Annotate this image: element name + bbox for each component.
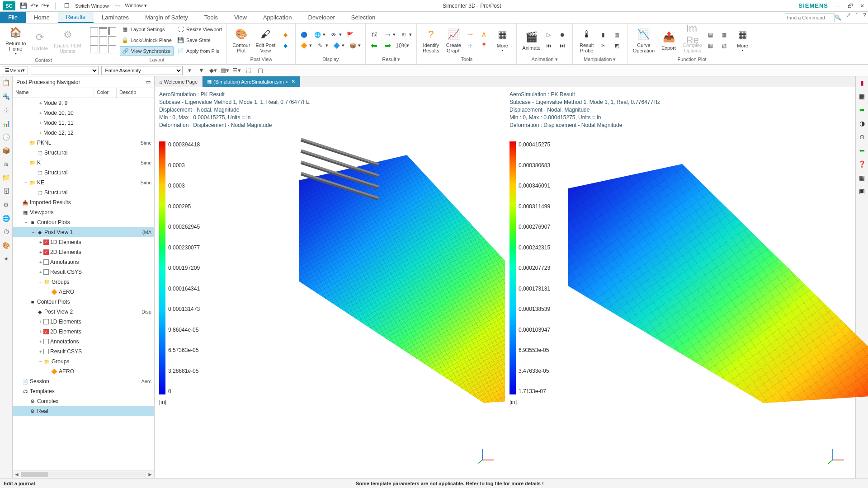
col-color[interactable]: Color bbox=[94, 88, 117, 98]
tab-results[interactable]: Results bbox=[58, 12, 94, 23]
search-icon[interactable]: 🔍 bbox=[835, 14, 841, 21]
tree-row[interactable]: −📁KESimc bbox=[13, 178, 154, 188]
switch-window-button[interactable]: Switch Window bbox=[72, 3, 112, 9]
tree-row[interactable]: −◆Post View 1(MA bbox=[13, 227, 154, 237]
save-icon[interactable]: 💾 bbox=[19, 1, 28, 10]
viewport-1[interactable]: AeroSimulation : PK Result Subcase - Eig… bbox=[155, 87, 505, 478]
disp-b2[interactable]: ✎▾ bbox=[315, 41, 330, 51]
help-icon[interactable]: ? bbox=[863, 12, 866, 19]
col-name[interactable]: Name bbox=[13, 88, 94, 98]
command-search-input[interactable] bbox=[785, 13, 835, 22]
close-button[interactable]: ✕ bbox=[856, 1, 868, 10]
tab-view[interactable]: View bbox=[226, 12, 255, 23]
animate-button[interactable]: 🎬Animate bbox=[519, 29, 543, 52]
globe-nav-icon[interactable]: 🌐 bbox=[2, 214, 11, 223]
tree-row[interactable]: 🔶AERO bbox=[13, 287, 154, 297]
constraint-icon[interactable]: ⊹ bbox=[2, 105, 11, 114]
tree-row[interactable]: ▦Viewports bbox=[13, 207, 154, 217]
tree-row[interactable]: +Mode 12, 12 bbox=[13, 128, 154, 138]
tab-close-icon[interactable]: ✕ bbox=[291, 79, 295, 84]
tab-application[interactable]: Application bbox=[255, 12, 300, 23]
part-nav-icon[interactable]: 🔩 bbox=[2, 92, 11, 101]
manip-b1[interactable]: ✂ bbox=[598, 41, 611, 51]
tree-row[interactable]: ⬚Structural bbox=[13, 148, 154, 158]
tab-tools[interactable]: Tools bbox=[196, 12, 226, 23]
h-scrollbar[interactable]: ◄ ► bbox=[13, 470, 154, 478]
col-descrip[interactable]: Descrip bbox=[117, 88, 154, 98]
tab-selection[interactable]: Selection bbox=[343, 12, 383, 23]
tb-icon-1[interactable]: ▾ bbox=[185, 66, 194, 75]
fp-a2[interactable]: ▥ bbox=[718, 30, 731, 40]
disp-b3[interactable]: 🔷▾ bbox=[331, 41, 346, 51]
redo-icon[interactable]: ↷▾ bbox=[41, 1, 50, 10]
disp-a1[interactable]: 🔵 bbox=[298, 30, 311, 40]
tree-row[interactable]: +Result CSYS bbox=[13, 267, 154, 277]
tab-welcome[interactable]: ⌂ Welcome Page bbox=[155, 76, 203, 87]
fp-b2[interactable]: ▧ bbox=[718, 41, 731, 51]
folder-nav-icon[interactable]: 📁 bbox=[2, 173, 11, 182]
tb-grid-icon[interactable]: ▦▾ bbox=[221, 66, 230, 75]
fp-a1[interactable]: ▤ bbox=[705, 30, 717, 40]
sim-nav-icon[interactable]: 📊 bbox=[2, 119, 11, 128]
tree-row[interactable]: +✓2D Elements bbox=[13, 247, 154, 257]
tools-opt1[interactable]: 〰 bbox=[465, 30, 477, 40]
fp-more-button[interactable]: ▦More▾ bbox=[731, 27, 754, 53]
tree-row[interactable]: −📁Groups bbox=[13, 277, 154, 287]
rs-icon-1[interactable]: ▮ bbox=[858, 78, 867, 87]
tree-row[interactable]: −📁KSimc bbox=[13, 158, 154, 168]
tab-laminates[interactable]: Laminates bbox=[94, 12, 137, 23]
window-icon[interactable]: ▭ bbox=[113, 1, 122, 10]
manip-a2[interactable]: ▥ bbox=[612, 30, 624, 40]
tab-home[interactable]: Home bbox=[26, 12, 58, 23]
tree-row[interactable]: 🗂Templates bbox=[13, 386, 154, 396]
tree-row[interactable]: ⚙Real bbox=[13, 406, 154, 416]
tree-row[interactable]: −■Contour Plots bbox=[13, 217, 154, 227]
tree-row[interactable]: +Result CSYS bbox=[13, 347, 154, 357]
step-fwd-button[interactable]: ⏭ bbox=[557, 41, 570, 51]
tree-row[interactable]: −■Contour Plots bbox=[13, 297, 154, 307]
play-button[interactable]: ▷ bbox=[543, 30, 556, 40]
tree-row[interactable]: +Mode 9, 9 bbox=[13, 98, 154, 108]
prev-result-button[interactable]: ⬅ bbox=[368, 41, 381, 51]
tb-select-icon[interactable]: ⬚ bbox=[244, 66, 253, 75]
tb-box-icon[interactable]: ▢ bbox=[256, 66, 265, 75]
result-a1[interactable]: fx̄ bbox=[368, 30, 381, 40]
tree-row[interactable]: +Annotations bbox=[13, 257, 154, 267]
step-back-button[interactable]: ⏮ bbox=[543, 41, 556, 51]
tree-row[interactable]: +Mode 10, 10 bbox=[13, 108, 154, 118]
misc-nav-icon[interactable]: ✦ bbox=[2, 254, 11, 263]
tree-row[interactable]: +✓2D Elements bbox=[13, 327, 154, 337]
rs-play-circle-icon[interactable]: ⊙ bbox=[858, 132, 867, 141]
manip-b2[interactable]: ◩ bbox=[612, 41, 624, 51]
tree-row[interactable]: ⬚Structural bbox=[13, 168, 154, 178]
tree-row[interactable]: −📁Groups bbox=[13, 357, 154, 366]
disp-b1[interactable]: 🔶▾ bbox=[298, 41, 314, 51]
layout-settings-button[interactable]: ▦Layout Settings bbox=[120, 24, 174, 34]
undo-icon[interactable]: ↶▾ bbox=[30, 1, 39, 10]
tab-simulation-file[interactable]: ▦ (Simulation) AeroSimulation.sim ▫ ✕ bbox=[203, 76, 300, 87]
rs-forward-icon[interactable]: ➡ bbox=[858, 105, 867, 114]
tree-row[interactable]: 📥Imported Results bbox=[13, 197, 154, 207]
edit-post-view-button[interactable]: 🖌Edit Post View bbox=[253, 26, 278, 54]
history-icon[interactable]: 🕓 bbox=[2, 132, 11, 141]
window-menu-button[interactable]: Window ▾ bbox=[123, 3, 150, 9]
view-synchronize-button[interactable]: 🔗View Synchronize bbox=[120, 46, 174, 56]
tb-cube-icon[interactable]: ◆▾ bbox=[209, 66, 218, 75]
postview-opt2-button[interactable]: ◆ bbox=[280, 41, 292, 51]
result-a3[interactable]: ≋▾ bbox=[398, 30, 414, 40]
tb-list-icon[interactable]: ☰▾ bbox=[232, 66, 241, 75]
nav-tab-icon[interactable]: 📋 bbox=[2, 78, 11, 87]
tree-row[interactable]: +Mode 11, 11 bbox=[13, 118, 154, 128]
tools-opt3[interactable]: ⊹ bbox=[465, 41, 477, 51]
curve-operation-button[interactable]: 📉Curve Operation bbox=[630, 26, 657, 54]
tree-row[interactable]: +1D Elements bbox=[13, 317, 154, 327]
window-list-icon[interactable]: ❐ bbox=[62, 1, 71, 10]
disp-b4[interactable]: 📦▾ bbox=[347, 41, 363, 51]
tools-opt2[interactable]: A bbox=[478, 30, 491, 40]
scroll-left-icon[interactable]: ◄ bbox=[13, 471, 21, 478]
gear-nav-icon[interactable]: ⚙ bbox=[2, 200, 11, 209]
resize-viewport-button[interactable]: ⛶Resize Viewport bbox=[175, 24, 224, 34]
next-result-button[interactable]: ➡ bbox=[382, 41, 395, 51]
tools-more-button[interactable]: ▦More▾ bbox=[491, 27, 514, 53]
disp-a2[interactable]: 🌐▾ bbox=[312, 30, 327, 40]
